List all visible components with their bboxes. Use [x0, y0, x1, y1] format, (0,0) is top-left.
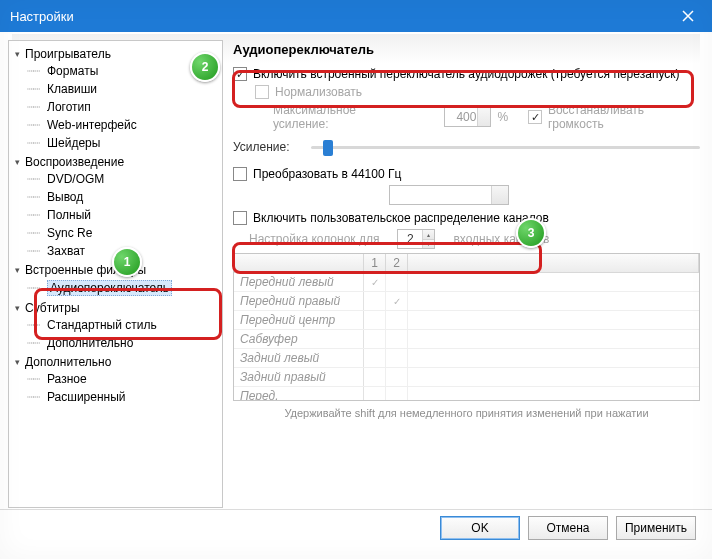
table-row[interactable]: Сабвуфер	[234, 330, 699, 349]
tree-node-shaders[interactable]: ┈┈Шейдеры	[27, 135, 220, 151]
input-max-gain[interactable]: 400	[444, 107, 491, 127]
spin-up-icon[interactable]: ▴	[423, 230, 434, 240]
checkbox-enable-switcher[interactable]	[233, 67, 247, 81]
tree-label: Субтитры	[25, 301, 80, 315]
tree-label-selected: Аудиопереключатель	[47, 280, 172, 296]
label-input-channels: входных каналов	[453, 232, 549, 246]
tree-label: Захват	[47, 244, 85, 258]
button-label: Отмена	[546, 521, 589, 535]
tree-node-sync[interactable]: ┈┈Sync Re	[27, 225, 220, 241]
row-label: Передний центр	[234, 311, 364, 329]
matrix-cell[interactable]	[364, 349, 386, 367]
tree-node-internal-filters[interactable]: Встроенные фильтры	[11, 262, 220, 278]
ok-button[interactable]: OK	[440, 516, 520, 540]
col-header-1: 1	[364, 254, 386, 272]
label-speaker-setup: Настройка колонок для	[249, 232, 379, 246]
tree-label: Вывод	[47, 190, 83, 204]
chevron-down-icon	[496, 192, 504, 197]
close-icon	[682, 10, 694, 22]
tree-label: Форматы	[47, 64, 98, 78]
tree-toggle-icon[interactable]	[11, 356, 23, 368]
tree-label: Разное	[47, 372, 87, 386]
matrix-cell[interactable]	[386, 330, 408, 348]
button-label: Применить	[625, 521, 687, 535]
matrix-cell[interactable]	[386, 368, 408, 386]
label-custom-channel-map: Включить пользовательское распределение …	[253, 211, 549, 225]
tree-node-dvd[interactable]: ┈┈DVD/OGM	[27, 171, 220, 187]
tree-node-keys[interactable]: ┈┈Клавиши	[27, 81, 220, 97]
table-row[interactable]: Передний правый	[234, 292, 699, 311]
input-speaker-count[interactable]: 2 ▴▾	[397, 229, 435, 249]
tree-node-capture[interactable]: ┈┈Захват	[27, 243, 220, 259]
tree-node-formats[interactable]: ┈┈Форматы	[27, 63, 220, 79]
tree-toggle-icon[interactable]	[11, 264, 23, 276]
checkbox-custom-channel-map[interactable]	[233, 211, 247, 225]
label-convert-44100: Преобразовать в 44100 Гц	[253, 167, 401, 181]
tree-label: Воспроизведение	[25, 155, 124, 169]
spin-down-icon[interactable]: ▾	[423, 240, 434, 249]
checkbox-restore-volume[interactable]	[528, 110, 542, 124]
table-header: 1 2	[234, 254, 699, 273]
tree-label: DVD/OGM	[47, 172, 104, 186]
tree-branch-icon: ┈┈	[27, 390, 45, 404]
tree-toggle-icon[interactable]	[11, 48, 23, 60]
tree-node-subtitles[interactable]: Субтитры	[11, 300, 220, 316]
row-label: Перед. центр.левый	[234, 387, 364, 401]
combo-unknown[interactable]	[389, 185, 509, 205]
tree-node-audio-switcher[interactable]: ┈┈Аудиопереключатель	[27, 279, 220, 297]
tree-node-logo[interactable]: ┈┈Логотип	[27, 99, 220, 115]
label-restore-volume: Восстанавливать громкость	[548, 103, 700, 131]
checkbox-normalize[interactable]	[255, 85, 269, 99]
value-speaker-count: 2	[407, 232, 414, 246]
tree-label: Шейдеры	[47, 136, 100, 150]
table-row[interactable]: Перед. центр.левый	[234, 387, 699, 401]
tree-branch-icon: ┈┈	[27, 64, 45, 78]
tree-node-full[interactable]: ┈┈Полный	[27, 207, 220, 223]
tree-node-web[interactable]: ┈┈Web-интерфейс	[27, 117, 220, 133]
tree-node-output[interactable]: ┈┈Вывод	[27, 189, 220, 205]
slider-thumb-icon[interactable]	[323, 140, 333, 156]
table-row[interactable]: Задний левый	[234, 349, 699, 368]
tree-toggle-icon[interactable]	[11, 156, 23, 168]
matrix-cell[interactable]	[386, 292, 408, 310]
row-label: Задний правый	[234, 368, 364, 386]
matrix-cell[interactable]	[364, 330, 386, 348]
matrix-cell[interactable]	[386, 311, 408, 329]
tree-node-ext[interactable]: ┈┈Расширенный	[27, 389, 220, 405]
table-row[interactable]: Передний левый	[234, 273, 699, 292]
category-tree[interactable]: Проигрыватель ┈┈Форматы ┈┈Клавиши ┈┈Лого…	[8, 40, 223, 508]
tree-branch-icon: ┈┈	[27, 118, 45, 132]
tree-node-player[interactable]: Проигрыватель	[11, 46, 220, 62]
tree-node-playback[interactable]: Воспроизведение	[11, 154, 220, 170]
titlebar: Настройки	[0, 0, 712, 32]
table-row[interactable]: Передний центр	[234, 311, 699, 330]
matrix-cell[interactable]	[386, 349, 408, 367]
tree-node-sub-adv[interactable]: ┈┈Дополнительно	[27, 335, 220, 351]
apply-button[interactable]: Применить	[616, 516, 696, 540]
row-label: Сабвуфер	[234, 330, 364, 348]
matrix-cell[interactable]	[364, 368, 386, 386]
matrix-cell[interactable]	[364, 292, 386, 310]
slider-gain[interactable]	[311, 137, 700, 157]
tree-branch-icon: ┈┈	[27, 281, 45, 295]
matrix-cell[interactable]	[364, 311, 386, 329]
row-label: Передний левый	[234, 273, 364, 291]
matrix-cell[interactable]	[386, 273, 408, 291]
cancel-button[interactable]: Отмена	[528, 516, 608, 540]
table-row[interactable]: Задний правый	[234, 368, 699, 387]
close-button[interactable]	[674, 2, 702, 30]
tree-branch-icon: ┈┈	[27, 336, 45, 350]
channel-matrix-table[interactable]: 1 2 Передний левый Передний правый Перед…	[233, 253, 700, 401]
tree-label: Встроенные фильтры	[25, 263, 146, 277]
col-header-2: 2	[386, 254, 408, 272]
matrix-cell[interactable]	[364, 273, 386, 291]
tree-toggle-icon[interactable]	[11, 302, 23, 314]
matrix-cell[interactable]	[386, 387, 408, 401]
tree-label: Дополнительно	[47, 336, 133, 350]
tree-node-misc[interactable]: ┈┈Разное	[27, 371, 220, 387]
tree-label: Логотип	[47, 100, 91, 114]
checkbox-convert-44100[interactable]	[233, 167, 247, 181]
tree-node-sub-std[interactable]: ┈┈Стандартный стиль	[27, 317, 220, 333]
tree-node-extra[interactable]: Дополнительно	[11, 354, 220, 370]
matrix-cell[interactable]	[364, 387, 386, 401]
